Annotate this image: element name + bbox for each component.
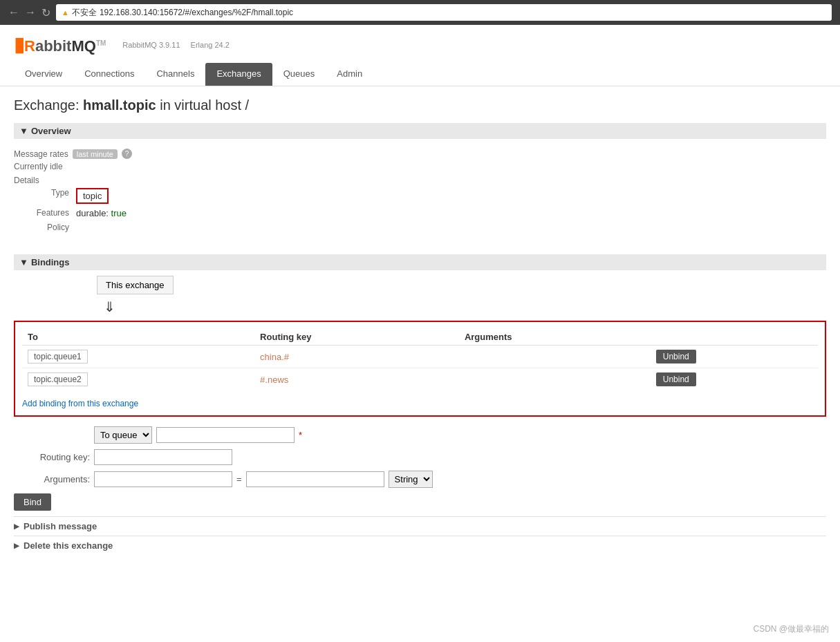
overview-section-header[interactable]: ▼ Overview xyxy=(14,123,826,139)
nav-channels[interactable]: Channels xyxy=(145,63,205,86)
logo-area: ▮RabbitMQTM RabbitMQ 3.9.11 Erlang 24.2 xyxy=(14,33,826,56)
details-label: Details xyxy=(14,176,826,185)
routing-key-value: china.# xyxy=(260,352,289,362)
nav-queues[interactable]: Queues xyxy=(272,63,326,86)
eq-sign: = xyxy=(236,474,242,484)
durable-value: true xyxy=(111,208,127,218)
arguments-type-select[interactable]: String xyxy=(389,471,433,488)
unbind-cell: Unbind xyxy=(651,346,818,368)
logo: ▮RabbitMQTM xyxy=(14,33,106,56)
version-info: RabbitMQ 3.9.11 Erlang 24.2 xyxy=(122,41,229,49)
add-binding-link[interactable]: Add binding from this exchange xyxy=(22,399,138,408)
policy-label: Policy xyxy=(14,223,76,232)
type-row: Type topic xyxy=(14,188,826,204)
url-bar[interactable]: ▲ 不安全 192.168.30.140:15672/#/exchanges/%… xyxy=(56,4,832,21)
unbind-button[interactable]: Unbind xyxy=(656,372,696,386)
this-exchange-button[interactable]: This exchange xyxy=(97,276,174,294)
url-text: 192.168.30.140:15672/#/exchanges/%2F/hma… xyxy=(100,8,293,17)
arguments-val-input[interactable] xyxy=(246,471,384,487)
security-label: 不安全 xyxy=(72,7,97,19)
bindings-table: To Routing key Arguments topic.queue1 ch… xyxy=(22,329,818,390)
overview-section-content: Message rates last minute ? Currently id… xyxy=(14,144,826,245)
routing-key-value: #.news xyxy=(260,375,288,385)
routing-key-label: Routing key: xyxy=(14,452,90,462)
routing-key-row: Routing key: xyxy=(14,449,826,465)
browser-bar: ← → ↻ ▲ 不安全 192.168.30.140:15672/#/excha… xyxy=(0,0,840,25)
type-label: Type xyxy=(14,188,76,198)
rabbitmq-version: RabbitMQ 3.9.11 xyxy=(122,41,180,49)
arrow-down-icon: ⇓ xyxy=(104,299,826,315)
features-label: Features xyxy=(14,208,76,218)
unbind-cell: Unbind xyxy=(651,368,818,391)
help-icon[interactable]: ? xyxy=(122,149,132,159)
nav-admin[interactable]: Admin xyxy=(326,63,373,86)
collapsed-label: Delete this exchange xyxy=(24,540,113,551)
message-rates-label: Message rates xyxy=(14,149,68,159)
overview-section-label: Overview xyxy=(31,126,71,136)
collapsed-section-1[interactable]: ▶Delete this exchange xyxy=(14,536,826,555)
collapsed-icon: ▶ xyxy=(14,522,19,530)
bind-button[interactable]: Bind xyxy=(14,493,51,511)
type-value: topic xyxy=(76,188,109,204)
bindings-collapse-icon: ▼ xyxy=(19,257,28,267)
col-args: Arguments xyxy=(459,329,651,346)
currently-idle: Currently idle xyxy=(14,162,826,171)
unbind-button[interactable]: Unbind xyxy=(656,350,696,364)
forward-button[interactable]: → xyxy=(25,6,36,19)
nav-exchanges[interactable]: Exchanges xyxy=(205,63,272,86)
col-actions xyxy=(651,329,818,346)
routing-key-cell: #.news xyxy=(254,368,459,391)
collapsed-icon: ▶ xyxy=(14,542,19,549)
bindings-section-header[interactable]: ▼ Bindings xyxy=(14,254,826,270)
col-to: To xyxy=(22,329,254,346)
bindings-table-container: To Routing key Arguments topic.queue1 ch… xyxy=(14,321,826,417)
main-nav: Overview Connections Channels Exchanges … xyxy=(14,63,826,86)
arguments-row: Arguments: = String xyxy=(14,471,826,488)
last-minute-badge: last minute xyxy=(73,149,118,159)
collapsed-label: Publish message xyxy=(24,521,97,531)
reload-button[interactable]: ↻ xyxy=(41,6,50,19)
arguments-label: Arguments: xyxy=(14,474,90,484)
main-content: Exchange: hmall.topic in virtual host / … xyxy=(0,86,840,566)
bind-button-row: Bind xyxy=(14,493,826,511)
arguments-cell xyxy=(459,346,651,368)
arguments-cell xyxy=(459,368,651,391)
bindings-section: ▼ Bindings This exchange ⇓ To Routing ke… xyxy=(14,254,826,417)
back-button[interactable]: ← xyxy=(8,6,19,19)
policy-row: Policy xyxy=(14,223,826,232)
table-row: topic.queue1 china.# Unbind xyxy=(22,346,818,368)
to-queue-input[interactable] xyxy=(156,427,295,443)
page-title: Exchange: hmall.topic in virtual host / xyxy=(14,97,826,113)
required-star: * xyxy=(299,430,302,440)
to-queue-row: To queue * xyxy=(14,426,826,444)
collapsed-section-0[interactable]: ▶Publish message xyxy=(14,516,826,536)
routing-key-input[interactable] xyxy=(94,449,232,465)
queue-cell: topic.queue1 xyxy=(22,346,254,368)
table-row: topic.queue2 #.news Unbind xyxy=(22,368,818,391)
features-row: Features durable: true xyxy=(14,208,826,218)
durable-label: durable: xyxy=(76,208,109,218)
bindings-table-header: To Routing key Arguments xyxy=(22,329,818,346)
erlang-version: Erlang 24.2 xyxy=(191,41,230,49)
queue-name: topic.queue2 xyxy=(28,372,88,386)
collapsed-sections: ▶Publish message▶Delete this exchange xyxy=(14,516,826,555)
queue-cell: topic.queue2 xyxy=(22,368,254,391)
nav-connections[interactable]: Connections xyxy=(73,63,145,86)
col-routing: Routing key xyxy=(254,329,459,346)
logo-icon: ▮ xyxy=(14,34,24,55)
nav-overview[interactable]: Overview xyxy=(14,63,73,86)
add-binding-wrapper: Add binding from this exchange xyxy=(22,396,818,408)
routing-key-cell: china.# xyxy=(254,346,459,368)
bind-form: To queue * Routing key: Arguments: = Str… xyxy=(14,426,826,511)
security-icon: ▲ xyxy=(62,8,69,17)
arguments-key-input[interactable] xyxy=(94,471,232,487)
this-exchange-btn-wrapper: This exchange xyxy=(14,276,826,299)
app-header: ▮RabbitMQTM RabbitMQ 3.9.11 Erlang 24.2 … xyxy=(0,25,840,86)
overview-collapse-icon: ▼ xyxy=(19,126,28,136)
queue-name: topic.queue1 xyxy=(28,350,88,364)
type-box: topic xyxy=(76,188,109,204)
features-value: durable: true xyxy=(76,208,127,218)
bindings-tbody: topic.queue1 china.# Unbind topic.queue2… xyxy=(22,346,818,391)
to-queue-select[interactable]: To queue xyxy=(94,426,152,444)
bindings-section-label: Bindings xyxy=(31,257,70,267)
